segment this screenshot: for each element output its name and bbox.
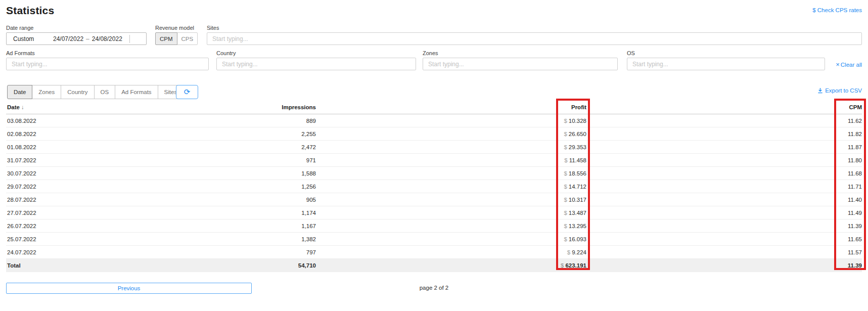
- cell-profit: $9.224: [316, 249, 586, 255]
- cell-impressions: 797: [152, 249, 316, 255]
- currency-symbol: $: [564, 144, 567, 150]
- cell-date: 25.07.2022: [6, 236, 152, 242]
- currency-symbol: $: [564, 157, 567, 163]
- currency-symbol: $: [567, 249, 570, 255]
- cell-cpm: 11.49: [586, 210, 862, 216]
- table-total-row: Total 54,710 $623.191 11.39: [6, 259, 862, 272]
- cell-profit: $13.295: [316, 223, 586, 229]
- cell-profit: $13.487: [316, 210, 586, 216]
- date-range-preset: Custom: [7, 35, 53, 42]
- cell-cpm: 11.39: [586, 223, 862, 229]
- os-input[interactable]: [627, 58, 825, 70]
- export-csv-label: Export to CSV: [825, 87, 862, 94]
- currency-symbol: $: [564, 131, 567, 137]
- profit-value: 10.328: [569, 118, 586, 124]
- page-info: page 2 of 2: [0, 285, 868, 291]
- column-header-date-label: Date: [7, 104, 20, 110]
- ad-formats-input[interactable]: [6, 58, 209, 70]
- export-csv-link[interactable]: Export to CSV: [817, 87, 862, 94]
- date-from: 24/07/2022: [53, 35, 83, 42]
- table-row: 25.07.2022 1,382 $16.093 11.65: [6, 233, 862, 246]
- statistics-page: Statistics $ Check CPS rates Date range …: [0, 0, 868, 311]
- cell-profit: $10.317: [316, 197, 586, 203]
- tab-os[interactable]: OS: [94, 85, 116, 99]
- total-label: Total: [6, 262, 152, 269]
- cell-cpm: 11.40: [586, 197, 862, 203]
- cell-impressions: 889: [152, 118, 316, 124]
- revenue-model-label: Revenue model: [155, 25, 194, 31]
- tab-ad-formats[interactable]: Ad Formats: [115, 85, 158, 99]
- currency-symbol: $: [564, 210, 567, 216]
- cell-impressions: 971: [152, 157, 316, 163]
- date-range-separator: –: [86, 35, 89, 42]
- cell-profit: $14.712: [316, 184, 586, 190]
- profit-value: 13.295: [569, 223, 586, 229]
- sites-input[interactable]: [207, 32, 862, 45]
- cell-cpm: 11.68: [586, 170, 862, 176]
- column-header-cpm[interactable]: CPM: [586, 104, 862, 110]
- cell-date: 02.08.2022: [6, 131, 152, 137]
- column-header-impressions[interactable]: Impressions: [152, 104, 316, 110]
- table-row: 29.07.2022 1,256 $14.712 11.71: [6, 180, 862, 193]
- cell-date: 26.07.2022: [6, 223, 152, 229]
- column-header-profit[interactable]: Profit: [316, 104, 586, 110]
- total-impressions: 54,710: [152, 262, 316, 269]
- date-range-caret: [129, 35, 130, 43]
- clear-all-x-icon: ×: [836, 61, 840, 68]
- currency-symbol: $: [564, 223, 567, 229]
- cell-cpm: 11.82: [586, 131, 862, 137]
- table-header-row: Date↓ Impressions Profit CPM: [6, 101, 862, 114]
- cell-date: 01.08.2022: [6, 144, 152, 150]
- date-range-values: 24/07/2022 – 24/08/2022: [53, 35, 122, 42]
- stats-table: Date↓ Impressions Profit CPM 03.08.2022 …: [6, 101, 862, 272]
- table-row: 03.08.2022 889 $10.328 11.62: [6, 114, 862, 127]
- table-row: 30.07.2022 1,588 $18.556 11.68: [6, 167, 862, 180]
- zones-label: Zones: [423, 50, 438, 56]
- country-input[interactable]: [216, 58, 416, 70]
- revenue-cpm-button[interactable]: CPM: [155, 32, 177, 45]
- currency-symbol: $: [561, 262, 564, 269]
- cell-profit: $18.556: [316, 170, 586, 176]
- clear-all-link[interactable]: × Clear all: [836, 61, 862, 68]
- zones-input[interactable]: [423, 58, 618, 70]
- cell-cpm: 11.80: [586, 157, 862, 163]
- cell-cpm: 11.62: [586, 118, 862, 124]
- country-label: Country: [216, 50, 236, 56]
- table-row: 02.08.2022 2,255 $26.650 11.82: [6, 127, 862, 141]
- currency-symbol: $: [564, 184, 567, 190]
- cell-impressions: 1,382: [152, 236, 316, 242]
- revenue-model-toggle: CPM CPS: [155, 32, 198, 45]
- table-row: 26.07.2022 1,167 $13.295 11.39: [6, 219, 862, 233]
- page-title: Statistics: [6, 5, 54, 17]
- ad-formats-label: Ad Formats: [6, 50, 35, 56]
- refresh-button[interactable]: ⟳: [176, 85, 198, 99]
- table-row: 31.07.2022 971 $11.458 11.80: [6, 154, 862, 167]
- date-range-picker[interactable]: Custom 24/07/2022 – 24/08/2022: [6, 32, 147, 45]
- currency-symbol: $: [564, 197, 567, 203]
- cell-profit: $29.353: [316, 144, 586, 150]
- cell-impressions: 1,174: [152, 210, 316, 216]
- check-cps-rates-link[interactable]: $ Check CPS rates: [812, 7, 862, 13]
- cell-impressions: 1,167: [152, 223, 316, 229]
- cell-cpm: 11.65: [586, 236, 862, 242]
- profit-value: 10.317: [569, 197, 586, 203]
- cell-cpm: 11.71: [586, 184, 862, 190]
- profit-value: 9.224: [572, 249, 586, 255]
- cell-date: 29.07.2022: [6, 184, 152, 190]
- table-row: 24.07.2022 797 $9.224 11.57: [6, 246, 862, 259]
- column-header-date[interactable]: Date↓: [6, 104, 152, 110]
- total-profit-value: 623.191: [565, 262, 586, 269]
- date-range-label: Date range: [6, 25, 33, 31]
- tab-zones[interactable]: Zones: [32, 85, 61, 99]
- tab-country[interactable]: Country: [61, 85, 94, 99]
- tab-date[interactable]: Date: [7, 85, 32, 99]
- cell-profit: $26.650: [316, 131, 586, 137]
- revenue-cps-button[interactable]: CPS: [177, 32, 198, 45]
- cell-profit: $10.328: [316, 118, 586, 124]
- profit-value: 16.093: [569, 236, 586, 242]
- cell-date: 31.07.2022: [6, 157, 152, 163]
- date-to: 24/08/2022: [92, 35, 122, 42]
- table-row: 28.07.2022 905 $10.317 11.40: [6, 193, 862, 206]
- os-label: OS: [627, 50, 635, 56]
- sites-label: Sites: [207, 25, 219, 31]
